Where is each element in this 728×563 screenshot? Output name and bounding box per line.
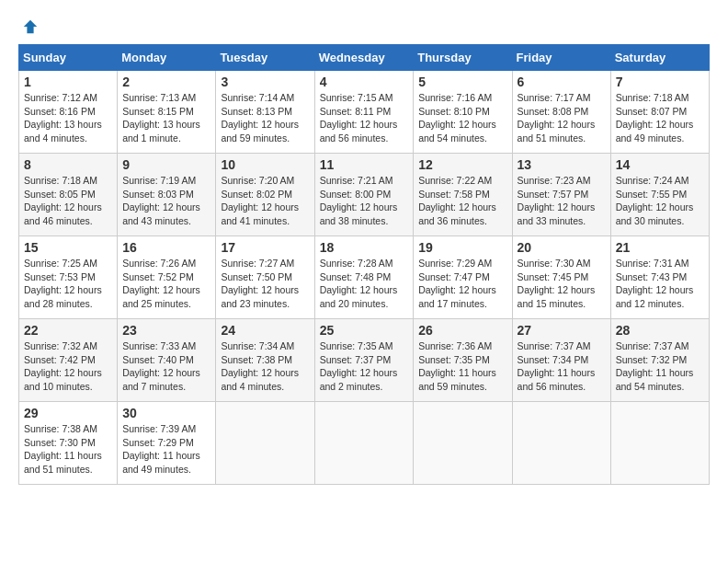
day-number: 3 [221,75,309,89]
calendar-cell: 22Sunrise: 7:32 AM Sunset: 7:42 PM Dayli… [19,319,118,402]
calendar-cell: 8Sunrise: 7:18 AM Sunset: 8:05 PM Daylig… [19,154,118,236]
calendar-cell [216,402,314,485]
day-number: 17 [221,240,309,255]
calendar-cell: 21Sunrise: 7:31 AM Sunset: 7:43 PM Dayli… [610,236,709,319]
col-header-saturday: Saturday [610,45,709,71]
calendar-cell: 28Sunrise: 7:37 AM Sunset: 7:32 PM Dayli… [610,319,709,402]
day-detail: Sunrise: 7:28 AM Sunset: 7:48 PM Dayligh… [320,257,409,311]
calendar-cell [610,402,709,485]
day-number: 14 [616,157,704,172]
day-detail: Sunrise: 7:30 AM Sunset: 7:45 PM Dayligh… [518,257,606,311]
day-detail: Sunrise: 7:31 AM Sunset: 7:43 PM Dayligh… [616,257,704,311]
day-detail: Sunrise: 7:19 AM Sunset: 8:03 PM Dayligh… [122,174,210,228]
calendar-cell: 25Sunrise: 7:35 AM Sunset: 7:37 PM Dayli… [314,319,414,402]
calendar-cell: 4Sunrise: 7:15 AM Sunset: 8:11 PM Daylig… [314,71,414,154]
day-number: 15 [24,240,112,255]
col-header-thursday: Thursday [414,45,512,71]
day-number: 26 [418,323,506,338]
day-detail: Sunrise: 7:13 AM Sunset: 8:15 PM Dayligh… [122,91,210,145]
day-number: 23 [122,323,210,338]
day-number: 28 [616,323,704,338]
day-number: 30 [122,406,210,420]
day-number: 5 [418,75,506,89]
calendar-cell: 7Sunrise: 7:18 AM Sunset: 8:07 PM Daylig… [610,71,709,154]
day-detail: Sunrise: 7:35 AM Sunset: 7:37 PM Dayligh… [320,339,409,394]
day-detail: Sunrise: 7:36 AM Sunset: 7:35 PM Dayligh… [418,339,506,394]
calendar-cell: 30Sunrise: 7:39 AM Sunset: 7:29 PM Dayli… [118,402,216,485]
day-detail: Sunrise: 7:15 AM Sunset: 8:11 PM Dayligh… [320,91,409,145]
page-header [18,18,710,35]
calendar-cell: 2Sunrise: 7:13 AM Sunset: 8:15 PM Daylig… [118,71,216,154]
calendar-cell [512,402,610,485]
day-detail: Sunrise: 7:18 AM Sunset: 8:05 PM Dayligh… [24,174,112,228]
week-row: 8Sunrise: 7:18 AM Sunset: 8:05 PM Daylig… [19,154,710,236]
day-detail: Sunrise: 7:18 AM Sunset: 8:07 PM Dayligh… [616,91,704,145]
day-detail: Sunrise: 7:20 AM Sunset: 8:02 PM Dayligh… [221,174,309,228]
day-number: 16 [122,240,210,255]
col-header-sunday: Sunday [19,45,118,71]
calendar-cell: 20Sunrise: 7:30 AM Sunset: 7:45 PM Dayli… [512,236,610,319]
calendar-cell: 10Sunrise: 7:20 AM Sunset: 8:02 PM Dayli… [216,154,314,236]
calendar-cell: 14Sunrise: 7:24 AM Sunset: 7:55 PM Dayli… [610,154,709,236]
calendar-cell: 17Sunrise: 7:27 AM Sunset: 7:50 PM Dayli… [216,236,314,319]
day-number: 12 [418,157,506,172]
day-detail: Sunrise: 7:32 AM Sunset: 7:42 PM Dayligh… [24,339,112,394]
day-detail: Sunrise: 7:22 AM Sunset: 7:58 PM Dayligh… [418,174,506,228]
day-number: 22 [24,323,112,338]
calendar-cell: 6Sunrise: 7:17 AM Sunset: 8:08 PM Daylig… [512,71,610,154]
calendar-cell: 5Sunrise: 7:16 AM Sunset: 8:10 PM Daylig… [414,71,512,154]
day-detail: Sunrise: 7:23 AM Sunset: 7:57 PM Dayligh… [518,174,606,228]
day-detail: Sunrise: 7:39 AM Sunset: 7:29 PM Dayligh… [122,422,210,477]
day-number: 18 [320,240,409,255]
day-detail: Sunrise: 7:26 AM Sunset: 7:52 PM Dayligh… [122,257,210,311]
calendar-table: SundayMondayTuesdayWednesdayThursdayFrid… [18,44,710,485]
day-number: 2 [122,75,210,89]
col-header-tuesday: Tuesday [216,45,314,71]
day-number: 29 [24,406,112,420]
calendar-cell: 18Sunrise: 7:28 AM Sunset: 7:48 PM Dayli… [314,236,414,319]
calendar-cell: 9Sunrise: 7:19 AM Sunset: 8:03 PM Daylig… [118,154,216,236]
calendar-cell: 24Sunrise: 7:34 AM Sunset: 7:38 PM Dayli… [216,319,314,402]
calendar-cell: 12Sunrise: 7:22 AM Sunset: 7:58 PM Dayli… [414,154,512,236]
logo [18,18,39,35]
day-number: 4 [320,75,409,89]
day-detail: Sunrise: 7:21 AM Sunset: 8:00 PM Dayligh… [320,174,409,228]
calendar-cell: 29Sunrise: 7:38 AM Sunset: 7:30 PM Dayli… [19,402,118,485]
header-row: SundayMondayTuesdayWednesdayThursdayFrid… [19,45,710,71]
day-number: 19 [418,240,506,255]
day-detail: Sunrise: 7:29 AM Sunset: 7:47 PM Dayligh… [418,257,506,311]
day-detail: Sunrise: 7:25 AM Sunset: 7:53 PM Dayligh… [24,257,112,311]
day-number: 27 [518,323,606,338]
calendar-cell: 11Sunrise: 7:21 AM Sunset: 8:00 PM Dayli… [314,154,414,236]
calendar-cell: 3Sunrise: 7:14 AM Sunset: 8:13 PM Daylig… [216,71,314,154]
calendar-cell: 26Sunrise: 7:36 AM Sunset: 7:35 PM Dayli… [414,319,512,402]
day-number: 20 [518,240,606,255]
day-detail: Sunrise: 7:17 AM Sunset: 8:08 PM Dayligh… [518,91,606,145]
calendar-cell [414,402,512,485]
logo-icon [22,18,39,35]
day-detail: Sunrise: 7:34 AM Sunset: 7:38 PM Dayligh… [221,339,309,394]
day-number: 11 [320,157,409,172]
col-header-wednesday: Wednesday [314,45,414,71]
day-number: 1 [24,75,112,89]
week-row: 22Sunrise: 7:32 AM Sunset: 7:42 PM Dayli… [19,319,710,402]
day-number: 9 [122,157,210,172]
week-row: 1Sunrise: 7:12 AM Sunset: 8:16 PM Daylig… [19,71,710,154]
calendar-cell: 1Sunrise: 7:12 AM Sunset: 8:16 PM Daylig… [19,71,118,154]
day-detail: Sunrise: 7:27 AM Sunset: 7:50 PM Dayligh… [221,257,309,311]
day-number: 7 [616,75,704,89]
calendar-cell: 13Sunrise: 7:23 AM Sunset: 7:57 PM Dayli… [512,154,610,236]
week-row: 29Sunrise: 7:38 AM Sunset: 7:30 PM Dayli… [19,402,710,485]
day-detail: Sunrise: 7:37 AM Sunset: 7:34 PM Dayligh… [518,339,606,394]
calendar-cell: 19Sunrise: 7:29 AM Sunset: 7:47 PM Dayli… [414,236,512,319]
day-number: 24 [221,323,309,338]
svg-marker-0 [24,20,37,33]
day-number: 10 [221,157,309,172]
day-number: 21 [616,240,704,255]
calendar-cell: 16Sunrise: 7:26 AM Sunset: 7:52 PM Dayli… [118,236,216,319]
day-number: 13 [518,157,606,172]
day-detail: Sunrise: 7:12 AM Sunset: 8:16 PM Dayligh… [24,91,112,145]
calendar-cell: 23Sunrise: 7:33 AM Sunset: 7:40 PM Dayli… [118,319,216,402]
day-detail: Sunrise: 7:24 AM Sunset: 7:55 PM Dayligh… [616,174,704,228]
day-number: 6 [518,75,606,89]
